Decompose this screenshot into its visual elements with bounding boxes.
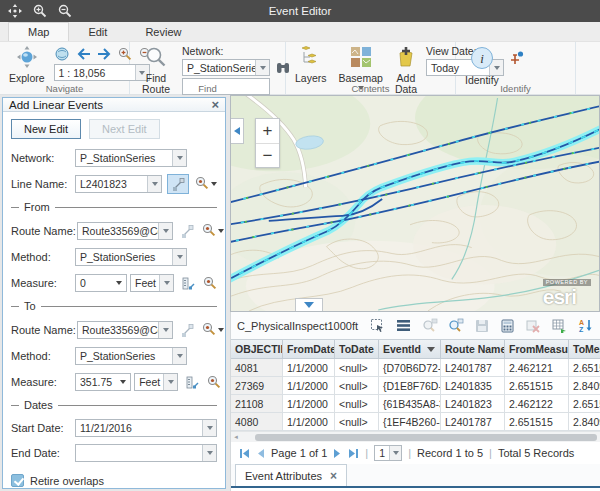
tab-review[interactable]: Review	[126, 23, 200, 41]
col-eventid[interactable]: EventId	[379, 340, 441, 358]
pan-icon[interactable]	[6, 3, 23, 20]
table-title: C_PhysicalInspect1000ft	[237, 320, 358, 332]
first-page-button[interactable]	[239, 448, 250, 459]
network-dropdown-button[interactable]	[172, 150, 186, 166]
from-measure-combo[interactable]: 0	[75, 274, 127, 292]
to-route-zoom-icon[interactable]	[202, 322, 216, 338]
from-route-dropdown-button[interactable]	[158, 223, 172, 239]
col-frommeasure[interactable]: FromMeasure	[505, 340, 569, 358]
previous-extent-icon[interactable]	[75, 46, 92, 63]
to-pick-measure-button[interactable]	[183, 372, 201, 392]
retire-overlaps-option[interactable]: Retire overlaps	[11, 474, 217, 487]
col-tomeasure[interactable]: ToMea	[569, 340, 600, 358]
retire-overlaps-checkbox[interactable]	[11, 474, 24, 487]
titlebar: Event Editor	[0, 0, 600, 22]
from-route-zoom-caret-icon[interactable]	[218, 229, 224, 233]
zoom-in-icon[interactable]	[31, 3, 48, 20]
to-method-label: Method:	[11, 350, 75, 362]
tab-event-attributes[interactable]: Event Attributes ×	[235, 464, 347, 486]
line-name-select[interactable]: L2401823	[75, 175, 162, 193]
from-unit-dropdown-button[interactable]	[159, 275, 173, 291]
to-measure-combo[interactable]: 351.75	[75, 373, 131, 391]
from-route-select[interactable]: Route33569@Cent	[77, 222, 173, 240]
network-ribbon-select[interactable]: P_StationSeries	[182, 59, 270, 76]
to-route-zoom-caret-icon[interactable]	[218, 328, 224, 332]
select-line-on-map-button[interactable]	[167, 174, 189, 194]
col-fromdate[interactable]: FromDate	[283, 340, 335, 358]
start-date-select[interactable]: 11/21/2016	[75, 419, 217, 437]
end-date-dropdown-button[interactable]	[202, 445, 216, 461]
line-zoom-icon[interactable]	[195, 176, 209, 192]
page-number-select[interactable]: 1	[374, 445, 402, 461]
pan-to-selected-icon[interactable]	[447, 317, 464, 334]
last-page-button[interactable]	[348, 448, 359, 459]
identify-button[interactable]: i Identify	[462, 45, 502, 87]
start-date-dropdown-button[interactable]	[202, 420, 216, 436]
window-title: Event Editor	[0, 5, 600, 17]
collapse-table-button[interactable]	[295, 298, 323, 311]
from-method-select[interactable]: P_StationSeries	[75, 248, 187, 266]
col-routename[interactable]: Route Name	[441, 340, 505, 358]
save-edits-disabled-icon[interactable]	[473, 317, 490, 334]
to-select-route-on-map-button[interactable]	[178, 320, 196, 340]
identify-route-location-icon[interactable]	[508, 49, 525, 66]
zoom-to-selected-disabled-icon[interactable]	[421, 317, 438, 334]
from-measure-zoom-icon[interactable]	[203, 276, 217, 290]
scrollbar-thumb[interactable]	[255, 434, 597, 441]
to-route-select[interactable]: Route33569@Cent	[77, 321, 173, 339]
from-measure-unit-select[interactable]: Feet	[130, 274, 174, 292]
map-zoom-in-button[interactable]: +	[256, 119, 279, 143]
line-name-row: Line Name: L2401823	[11, 174, 217, 194]
from-select-route-on-map-button[interactable]	[178, 221, 196, 241]
from-route-zoom-icon[interactable]	[202, 223, 216, 239]
to-method-select[interactable]: P_StationSeries	[75, 347, 187, 365]
network-select[interactable]: P_StationSeries	[75, 149, 187, 167]
to-measure-zoom-icon[interactable]	[207, 375, 221, 389]
select-features-icon[interactable]	[369, 317, 386, 334]
line-name-dropdown-button[interactable]	[147, 176, 161, 192]
explore-button[interactable]: Explore	[6, 45, 48, 85]
full-extent-icon[interactable]	[54, 46, 71, 63]
from-measure-caret-button[interactable]	[112, 275, 126, 291]
tab-map[interactable]: Map	[8, 22, 69, 41]
next-edit-button[interactable]: Next Edit	[89, 119, 160, 139]
table-row[interactable]: 40811/1/2000<null>{D70B6D72-3L24017872.4…	[231, 359, 600, 377]
sort-icon[interactable]: AZ	[577, 317, 594, 334]
from-route-label: Route Name:	[11, 225, 77, 237]
attribute-table-panel: C_PhysicalInspect1000ft	[230, 312, 600, 491]
collapse-panel-button[interactable]	[231, 118, 244, 144]
tab-edit[interactable]: Edit	[69, 23, 126, 41]
table-row[interactable]: 40801/1/2000<null>{1EF4B260-FL24017872.6…	[231, 413, 600, 431]
scroll-left-arrow-icon[interactable]: ◂	[231, 433, 241, 441]
map-view[interactable]: + − POWERED BY esri	[230, 95, 600, 312]
end-date-select[interactable]	[75, 444, 217, 462]
tab-close-icon[interactable]: ×	[330, 469, 337, 483]
map-zoom-out-button[interactable]: −	[256, 143, 279, 167]
table-row[interactable]: 273691/1/2000<null>{D1E8F76D-FL24018352.…	[231, 377, 600, 395]
to-unit-dropdown-button[interactable]	[163, 374, 177, 390]
col-objectid[interactable]: OBJECTID	[231, 340, 283, 358]
page-number-dropdown-button[interactable]	[389, 446, 401, 460]
col-todate[interactable]: ToDate	[335, 340, 379, 358]
next-extent-icon[interactable]	[96, 46, 113, 63]
line-zoom-caret-icon[interactable]	[211, 182, 217, 186]
delete-selected-disabled-icon[interactable]	[525, 317, 542, 334]
next-page-button[interactable]	[333, 448, 342, 459]
zoom-out-icon[interactable]	[56, 3, 73, 20]
to-measure-unit-select[interactable]: Feet	[134, 373, 178, 391]
panel-close-icon[interactable]: ×	[211, 98, 219, 111]
to-route-dropdown-button[interactable]	[158, 322, 172, 338]
field-calculator-icon[interactable]	[499, 317, 516, 334]
table-horizontal-scrollbar[interactable]: ◂	[231, 431, 600, 442]
to-measure-caret-button[interactable]	[116, 374, 130, 390]
new-edit-button[interactable]: New Edit	[11, 119, 81, 139]
layers-button[interactable]: Layers	[292, 45, 330, 85]
table-row[interactable]: 211081/1/2000<null>{61B435A8-3L24018232.…	[231, 395, 600, 413]
to-method-dropdown-button[interactable]	[172, 348, 186, 364]
previous-page-button[interactable]	[256, 448, 265, 459]
from-method-dropdown-button[interactable]	[172, 249, 186, 265]
append-events-icon[interactable]	[551, 317, 568, 334]
network-ribbon-dropdown-button[interactable]	[255, 60, 269, 75]
show-selected-records-icon[interactable]	[395, 317, 412, 334]
from-pick-measure-button[interactable]	[179, 273, 197, 293]
